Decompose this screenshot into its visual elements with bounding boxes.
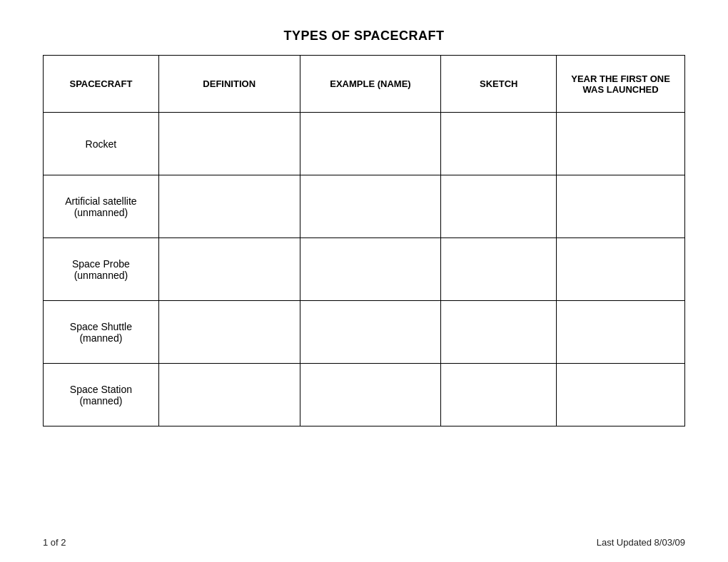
cell-spacecraft: Rocket: [44, 113, 159, 175]
page-info: 1 of 2: [43, 537, 66, 548]
cell-sketch: [441, 364, 557, 426]
cell-year: [557, 301, 685, 364]
cell-sketch: [441, 238, 557, 301]
table-row: Space Probe(unmanned): [44, 238, 685, 301]
cell-spacecraft: Artificial satellite(unmanned): [44, 175, 159, 238]
cell-spacecraft: Space Station(manned): [44, 364, 159, 426]
cell-definition: [158, 238, 300, 301]
cell-spacecraft: Space Probe(unmanned): [44, 238, 159, 301]
page-footer: 1 of 2 Last Updated 8/03/09: [43, 537, 685, 548]
header-example: EXAMPLE (NAME): [300, 56, 441, 113]
cell-example: [300, 364, 441, 426]
main-table-container: SPACECRAFT DEFINITION EXAMPLE (NAME) SKE…: [43, 55, 685, 530]
table-header-row: SPACECRAFT DEFINITION EXAMPLE (NAME) SKE…: [44, 56, 685, 113]
cell-sketch: [441, 113, 557, 175]
last-updated: Last Updated 8/03/09: [597, 537, 685, 548]
header-spacecraft: SPACECRAFT: [44, 56, 159, 113]
cell-example: [300, 113, 441, 175]
cell-year: [557, 364, 685, 426]
page-title: TYPES OF SPACECRAFT: [43, 29, 685, 44]
header-year: YEAR THE FIRST ONE WAS LAUNCHED: [557, 56, 685, 113]
cell-example: [300, 175, 441, 238]
table-row: Artificial satellite(unmanned): [44, 175, 685, 238]
cell-example: [300, 301, 441, 364]
cell-definition: [158, 301, 300, 364]
cell-sketch: [441, 301, 557, 364]
cell-example: [300, 238, 441, 301]
table-row: Rocket: [44, 113, 685, 175]
cell-definition: [158, 364, 300, 426]
cell-sketch: [441, 175, 557, 238]
header-definition: DEFINITION: [158, 56, 300, 113]
cell-year: [557, 113, 685, 175]
cell-definition: [158, 113, 300, 175]
spacecraft-table: SPACECRAFT DEFINITION EXAMPLE (NAME) SKE…: [43, 55, 685, 426]
table-row: Space Station(manned): [44, 364, 685, 426]
table-row: Space Shuttle(manned): [44, 301, 685, 364]
cell-year: [557, 175, 685, 238]
cell-year: [557, 238, 685, 301]
header-sketch: SKETCH: [441, 56, 557, 113]
cell-definition: [158, 175, 300, 238]
cell-spacecraft: Space Shuttle(manned): [44, 301, 159, 364]
